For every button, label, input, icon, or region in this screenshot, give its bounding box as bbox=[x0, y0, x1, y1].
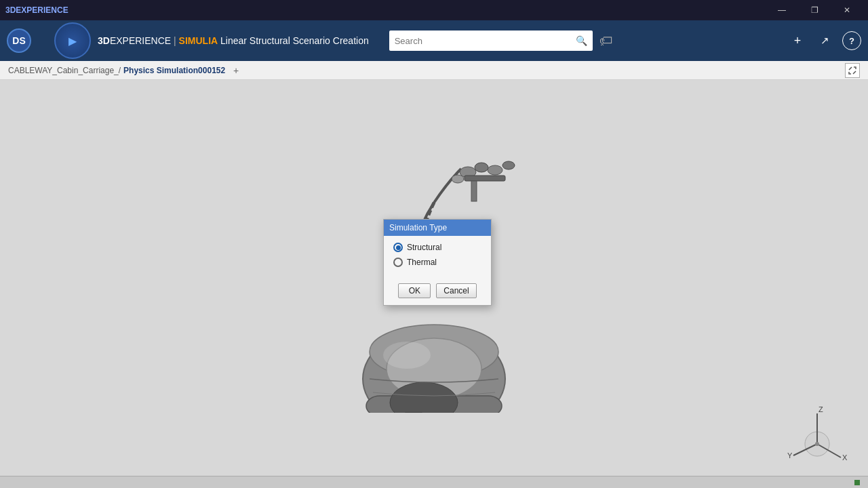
axis-indicator: Z X Y bbox=[787, 407, 848, 468]
expand-button[interactable] bbox=[845, 63, 860, 78]
status-indicator bbox=[854, 480, 860, 485]
x-axis-label: X bbox=[842, 453, 848, 462]
status-bar bbox=[0, 476, 868, 488]
simulia-brand: SIMULIA bbox=[179, 35, 218, 46]
structural-label: Structural bbox=[407, 243, 441, 252]
tab-add-button[interactable]: + bbox=[229, 64, 243, 77]
logo-area: DS bbox=[7, 28, 47, 53]
thermal-radio[interactable] bbox=[393, 258, 403, 267]
thermal-option[interactable]: Thermal bbox=[393, 258, 481, 267]
app-title: 3DEXPERIENCE | SIMULIA Linear Structural… bbox=[98, 35, 369, 46]
ok-button[interactable]: OK bbox=[398, 283, 431, 298]
app-name-3d: 3D bbox=[98, 35, 110, 46]
app-logo-text: 3DEXPERIENCE bbox=[5, 5, 68, 15]
minimize-button[interactable]: — bbox=[766, 0, 797, 20]
z-axis-label: Z bbox=[818, 407, 823, 413]
structural-option[interactable]: Structural bbox=[393, 243, 481, 252]
maximize-button[interactable]: ❐ bbox=[799, 0, 830, 20]
svg-point-3 bbox=[488, 165, 502, 175]
svg-point-4 bbox=[502, 161, 515, 169]
pipe-separator: | bbox=[174, 35, 179, 46]
breadcrumb-item-1[interactable]: CABLEWAY_Cabin_Carriage_/ bbox=[8, 66, 121, 75]
y-axis-label: Y bbox=[787, 451, 793, 460]
structural-radio[interactable] bbox=[393, 243, 403, 252]
ds-logo: DS bbox=[7, 28, 31, 53]
header-actions: + ↗ ? bbox=[788, 31, 861, 50]
header-toolbar: DS 3DEXPERIENCE | SIMULIA Linear Structu… bbox=[0, 20, 868, 61]
viewport: Z X Y Simulation Type Structural Thermal bbox=[0, 80, 868, 488]
dialog-title: Simulation Type bbox=[384, 220, 491, 236]
dialog-buttons: OK Cancel bbox=[384, 279, 491, 305]
thermal-label: Thermal bbox=[407, 258, 437, 267]
search-input[interactable] bbox=[395, 36, 576, 46]
title-bar: 3DEXPERIENCE — ❐ ✕ bbox=[0, 0, 868, 20]
svg-point-19 bbox=[815, 442, 819, 446]
add-button[interactable]: + bbox=[788, 31, 807, 50]
title-bar-controls: — ❐ ✕ bbox=[766, 0, 863, 20]
expand-icon bbox=[848, 66, 856, 75]
svg-rect-5 bbox=[465, 176, 505, 181]
scenario-label: Linear Structural Scenario Creation bbox=[220, 35, 369, 46]
dialog-body: Structural Thermal bbox=[384, 236, 491, 279]
svg-rect-6 bbox=[471, 181, 477, 201]
play-button[interactable] bbox=[54, 22, 91, 59]
svg-point-1 bbox=[475, 163, 488, 172]
share-button[interactable]: ↗ bbox=[815, 31, 834, 50]
cancel-button[interactable]: Cancel bbox=[436, 283, 476, 298]
simulation-type-dialog: Simulation Type Structural Thermal OK Ca… bbox=[383, 219, 492, 306]
help-button[interactable]: ? bbox=[842, 31, 861, 50]
tag-icon[interactable]: 🏷 bbox=[599, 33, 613, 49]
svg-point-2 bbox=[452, 175, 464, 183]
search-icon[interactable]: 🔍 bbox=[576, 35, 587, 46]
breadcrumb-bar: CABLEWAY_Cabin_Carriage_/ Physics Simula… bbox=[0, 61, 868, 80]
search-bar: 🔍 bbox=[389, 30, 593, 51]
svg-point-14 bbox=[383, 342, 431, 369]
breadcrumb-item-2[interactable]: Physics Simulation000152 bbox=[123, 66, 225, 75]
close-button[interactable]: ✕ bbox=[831, 0, 863, 20]
title-bar-left: 3DEXPERIENCE bbox=[5, 5, 68, 15]
dialog-overlay: Simulation Type Structural Thermal OK Ca… bbox=[0, 80, 868, 488]
app-name-experience: EXPERIENCE bbox=[110, 35, 171, 46]
